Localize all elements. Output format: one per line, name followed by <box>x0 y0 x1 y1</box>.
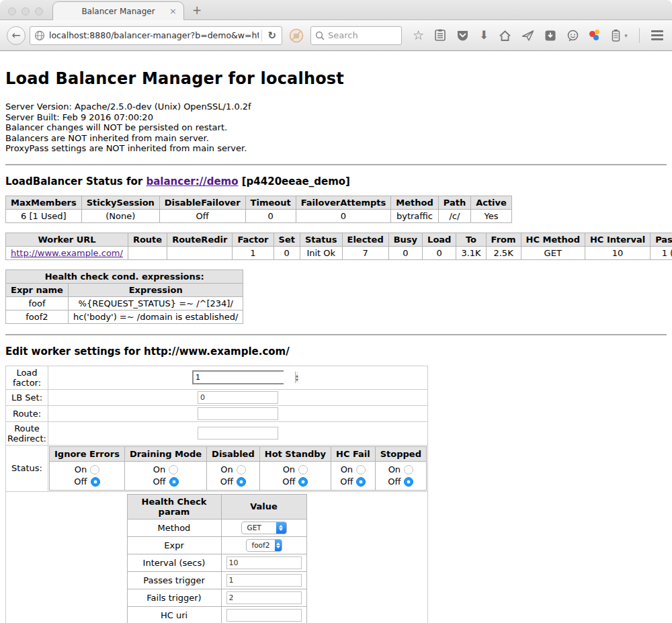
draining-mode-off-radio[interactable] <box>169 477 179 487</box>
col-worker-url: Worker URL <box>6 233 128 246</box>
status-header-row: Ignore Errors Draining Mode Disabled Hot… <box>50 446 427 461</box>
cell-path: /c/ <box>438 209 470 222</box>
search-bar[interactable] <box>310 26 402 45</box>
reload-button[interactable]: ↻ <box>265 30 279 42</box>
hc-header-row: Health Check param Value <box>127 494 306 519</box>
form-row-hc-params: Health Check param Value Method GET <box>6 491 428 623</box>
col-hc-interval: HC Interval <box>585 233 650 246</box>
zoom-window-button[interactable] <box>35 7 43 15</box>
lb-set-input[interactable] <box>198 391 278 404</box>
stopped-on-radio[interactable] <box>404 465 413 474</box>
disabled-off-radio[interactable] <box>237 477 246 487</box>
tab-balancer-manager[interactable]: Balancer Manager × <box>52 1 184 20</box>
menu-icon[interactable] <box>651 30 663 40</box>
fails-input[interactable] <box>226 591 302 604</box>
load-factor-input[interactable] <box>194 372 295 383</box>
worker-status-table: Worker URL Route RouteRedir Factor Set S… <box>5 233 672 260</box>
bookmark-star-icon[interactable]: ☆ <box>413 29 424 42</box>
hc-uri-input[interactable] <box>226 609 302 622</box>
notice-balancers: Balancers are NOT inherited from main se… <box>5 133 667 144</box>
pocket-icon[interactable] <box>456 30 469 42</box>
expr-row: foof %{REQUEST_STATUS} =~ /^[234]/ <box>6 296 243 310</box>
hot-standby-off-radio[interactable] <box>298 477 308 487</box>
col-method: Method <box>391 196 438 209</box>
balancer-demo-link[interactable]: balancer://demo <box>146 175 238 188</box>
tab-close-icon[interactable]: × <box>169 6 177 16</box>
search-input[interactable] <box>328 30 395 40</box>
draining-mode-on-radio[interactable] <box>169 465 178 474</box>
new-tab-button[interactable]: + <box>192 3 202 17</box>
search-icon <box>315 31 325 40</box>
col-disablefailover: DisableFailover <box>159 196 245 209</box>
table-row: 6 [1 Used] (None) Off 0 0 bytraffic /c/ … <box>6 209 512 222</box>
back-button[interactable]: ← <box>7 26 26 45</box>
reading-list-icon[interactable] <box>434 29 446 42</box>
color-cluster-icon[interactable] <box>589 30 601 42</box>
health-check-param-table: Health Check param Value Method GET <box>127 494 307 623</box>
battery-sidebar-icon[interactable] <box>612 29 620 42</box>
off-label: Off <box>74 476 87 488</box>
stopped-off-radio[interactable] <box>404 477 413 487</box>
col-passes: Passes <box>650 233 672 246</box>
balancer-status-heading: LoadBalancer Status for balancer://demo … <box>5 175 667 188</box>
chat-icon[interactable] <box>566 30 579 42</box>
url-divider <box>261 30 262 42</box>
expr-select[interactable]: foof2 <box>246 539 282 552</box>
disabled-on-radio[interactable] <box>237 465 246 474</box>
notice-proxypass: ProxyPass settings are NOT inherited fro… <box>5 143 667 154</box>
status-radio-row: On Off On Off On Off <box>50 461 427 490</box>
hc-fail-on-radio[interactable] <box>356 465 366 474</box>
select-stepper-icon <box>276 522 286 534</box>
cell-from: 2.5K <box>486 246 521 259</box>
content-blocker-icon[interactable] <box>289 28 304 43</box>
save-page-icon[interactable] <box>544 30 556 42</box>
passes-input[interactable] <box>226 574 302 587</box>
number-spinner-icon[interactable]: ▲▼ <box>295 372 298 383</box>
ignore-errors-on-radio[interactable] <box>90 465 99 474</box>
interval-input[interactable] <box>226 556 302 569</box>
ignore-errors-off-radio[interactable] <box>91 477 100 487</box>
spinner-down-icon[interactable]: ▼ <box>296 378 298 382</box>
toolbar-separator <box>639 28 640 43</box>
sidebar-caret-icon[interactable]: ▾ <box>624 32 628 39</box>
close-window-button[interactable] <box>8 7 16 15</box>
expr-select-value: foof2 <box>247 541 276 549</box>
route-redirect-input[interactable] <box>198 427 278 440</box>
worker-url-link[interactable]: http://www.example.com/ <box>11 248 123 258</box>
url-bar[interactable]: localhost:8880/balancer-manager?b=demo&w… <box>30 26 282 45</box>
col-active: Active <box>471 196 512 209</box>
col-ignore-errors: Ignore Errors <box>50 446 125 461</box>
hot-standby-on-radio[interactable] <box>298 465 308 474</box>
on-label: On <box>75 464 87 476</box>
downloads-icon[interactable]: ⬇ <box>479 30 489 41</box>
col-timeout: Timeout <box>245 196 296 209</box>
table-header-row: MaxMembers StickySession DisableFailover… <box>6 196 512 209</box>
minimize-window-button[interactable] <box>22 7 30 15</box>
cell-to: 3.1K <box>456 246 486 259</box>
hc-uri-label: HC uri <box>127 606 221 623</box>
draining-mode-toggle: On Off <box>124 461 206 490</box>
load-factor-field-wrap: ▲▼ <box>192 370 284 384</box>
navigation-toolbar: ← localhost:8880/balancer-manager?b=demo… <box>0 20 672 51</box>
send-icon[interactable] <box>521 30 534 42</box>
tab-bar: Balancer Manager × + <box>0 0 672 20</box>
off-label: Off <box>340 476 353 488</box>
url-text[interactable]: localhost:8880/balancer-manager?b=demo&w… <box>49 30 259 40</box>
method-select[interactable]: GET <box>241 522 287 534</box>
hc-expressions-table: Health check cond. expressions: Expr nam… <box>5 269 243 324</box>
route-label: Route: <box>6 405 48 421</box>
cell-set: 0 <box>274 246 300 259</box>
hc-row-interval: Interval (secs) <box>127 554 306 571</box>
edit-worker-heading: Edit worker settings for http://www.exam… <box>5 345 667 358</box>
table-title-row: Health check cond. expressions: <box>6 269 243 283</box>
route-input[interactable] <box>198 407 278 420</box>
col-draining-mode: Draining Mode <box>124 446 206 461</box>
col-status: Status <box>300 233 342 246</box>
on-label: On <box>220 464 233 476</box>
hc-fail-toggle: On Off <box>331 461 376 490</box>
home-icon[interactable] <box>499 30 511 42</box>
page-content: Load Balancer Manager for localhost Serv… <box>0 51 672 623</box>
edit-worker-form: Load factor: ▲▼ LB Set: Route: Route Red… <box>5 366 428 623</box>
hc-fail-off-radio[interactable] <box>356 477 366 487</box>
col-expr-name: Expr name <box>6 283 69 296</box>
